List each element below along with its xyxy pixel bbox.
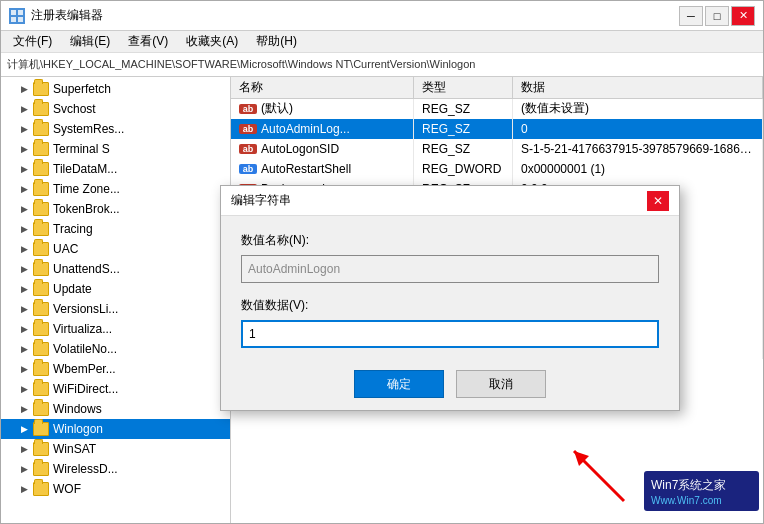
address-bar: 计算机\HKEY_LOCAL_MACHINE\SOFTWARE\Microsof… [1, 53, 763, 77]
chevron-icon: ▶ [21, 164, 33, 174]
folder-icon [33, 442, 49, 456]
chevron-icon: ▶ [21, 84, 33, 94]
chevron-icon: ▶ [21, 344, 33, 354]
menu-file[interactable]: 文件(F) [5, 31, 60, 52]
tree-item-tokenbrok[interactable]: ▶ TokenBrok... [1, 199, 230, 219]
chevron-icon: ▶ [21, 444, 33, 454]
folder-icon [33, 262, 49, 276]
dialog-buttons: 确定 取消 [241, 370, 659, 398]
svg-rect-0 [11, 10, 16, 15]
chevron-icon: ▶ [21, 264, 33, 274]
chevron-icon: ▶ [21, 144, 33, 154]
chevron-icon: ▶ [21, 424, 33, 434]
dialog-close-button[interactable]: ✕ [647, 191, 669, 211]
tree-item-terminals[interactable]: ▶ Terminal S [1, 139, 230, 159]
folder-icon [33, 142, 49, 156]
folder-icon [33, 382, 49, 396]
address-text: 计算机\HKEY_LOCAL_MACHINE\SOFTWARE\Microsof… [7, 57, 475, 72]
tree-item-versionsli[interactable]: ▶ VersionsLi... [1, 299, 230, 319]
folder-icon [33, 182, 49, 196]
chevron-icon: ▶ [21, 404, 33, 414]
value-data-input[interactable] [241, 320, 659, 348]
folder-icon [33, 282, 49, 296]
registry-tree: ▶ Superfetch ▶ Svchost ▶ SystemRes... ▶ … [1, 77, 231, 523]
value-name-input[interactable] [241, 255, 659, 283]
ok-button[interactable]: 确定 [354, 370, 444, 398]
folder-icon [33, 482, 49, 496]
chevron-icon: ▶ [21, 384, 33, 394]
dialog-body: 数值名称(N): 数值数据(V): 确定 取消 [221, 216, 679, 410]
chevron-icon: ▶ [21, 484, 33, 494]
folder-icon [33, 82, 49, 96]
folder-icon [33, 202, 49, 216]
folder-icon [33, 422, 49, 436]
tree-item-volatileno[interactable]: ▶ VolatileNo... [1, 339, 230, 359]
chevron-icon: ▶ [21, 184, 33, 194]
col-type: 类型 [414, 77, 513, 99]
folder-icon [33, 402, 49, 416]
title-bar: 注册表编辑器 ─ □ ✕ [1, 1, 763, 31]
window-title: 注册表编辑器 [31, 7, 673, 24]
folder-icon [33, 462, 49, 476]
tree-item-wirelessd[interactable]: ▶ WirelessD... [1, 459, 230, 479]
tree-item-winlogon[interactable]: ▶ Winlogon [1, 419, 230, 439]
folder-icon [33, 342, 49, 356]
window-controls: ─ □ ✕ [679, 6, 755, 26]
tree-item-windows[interactable]: ▶ Windows [1, 399, 230, 419]
table-row-autoadminlogon[interactable]: ab AutoAdminLog... REG_SZ 0 [231, 119, 763, 139]
tree-item-tracing[interactable]: ▶ Tracing [1, 219, 230, 239]
chevron-icon: ▶ [21, 224, 33, 234]
value-data-label: 数值数据(V): [241, 297, 659, 314]
tree-item-tiledatam[interactable]: ▶ TileDataM... [1, 159, 230, 179]
chevron-icon: ▶ [21, 464, 33, 474]
svg-rect-2 [11, 17, 16, 22]
maximize-button[interactable]: □ [705, 6, 729, 26]
cancel-button[interactable]: 取消 [456, 370, 546, 398]
col-name: 名称 [231, 77, 414, 99]
chevron-icon: ▶ [21, 104, 33, 114]
minimize-button[interactable]: ─ [679, 6, 703, 26]
app-icon [9, 8, 25, 24]
chevron-icon: ▶ [21, 324, 33, 334]
chevron-icon: ▶ [21, 364, 33, 374]
tree-item-wbemper[interactable]: ▶ WbemPer... [1, 359, 230, 379]
tree-item-superfetch[interactable]: ▶ Superfetch [1, 79, 230, 99]
chevron-icon: ▶ [21, 244, 33, 254]
tree-item-timezone[interactable]: ▶ Time Zone... [1, 179, 230, 199]
table-row[interactable]: ab AutoLogonSID REG_SZ S-1-5-21-41766379… [231, 139, 763, 159]
value-name-label: 数值名称(N): [241, 232, 659, 249]
close-button[interactable]: ✕ [731, 6, 755, 26]
menu-view[interactable]: 查看(V) [120, 31, 176, 52]
folder-icon [33, 302, 49, 316]
table-row[interactable]: ab (默认) REG_SZ (数值未设置) [231, 99, 763, 119]
tree-item-update[interactable]: ▶ Update [1, 279, 230, 299]
tree-item-unattends[interactable]: ▶ UnattendS... [1, 259, 230, 279]
chevron-icon: ▶ [21, 304, 33, 314]
menu-edit[interactable]: 编辑(E) [62, 31, 118, 52]
folder-icon [33, 162, 49, 176]
menu-favorites[interactable]: 收藏夹(A) [178, 31, 246, 52]
tree-item-systemres[interactable]: ▶ SystemRes... [1, 119, 230, 139]
folder-icon [33, 122, 49, 136]
tree-item-wof[interactable]: ▶ WOF [1, 479, 230, 499]
table-row[interactable]: ab AutoRestartShell REG_DWORD 0x00000001… [231, 159, 763, 179]
chevron-icon: ▶ [21, 284, 33, 294]
folder-icon [33, 242, 49, 256]
col-data: 数据 [513, 77, 763, 99]
tree-item-winsat[interactable]: ▶ WinSAT [1, 439, 230, 459]
dialog-title-bar: 编辑字符串 ✕ [221, 186, 679, 216]
dialog-title: 编辑字符串 [231, 192, 647, 209]
tree-item-svchost[interactable]: ▶ Svchost [1, 99, 230, 119]
menu-bar: 文件(F) 编辑(E) 查看(V) 收藏夹(A) 帮助(H) [1, 31, 763, 53]
svg-rect-1 [18, 10, 23, 15]
chevron-icon: ▶ [21, 204, 33, 214]
tree-item-uac[interactable]: ▶ UAC [1, 239, 230, 259]
tree-item-wifidirect[interactable]: ▶ WiFiDirect... [1, 379, 230, 399]
folder-icon [33, 102, 49, 116]
edit-string-dialog: 编辑字符串 ✕ 数值名称(N): 数值数据(V): 确定 取消 [220, 185, 680, 411]
chevron-icon: ▶ [21, 124, 33, 134]
menu-help[interactable]: 帮助(H) [248, 31, 305, 52]
folder-icon [33, 362, 49, 376]
svg-rect-3 [18, 17, 23, 22]
tree-item-virtualiza[interactable]: ▶ Virtualiza... [1, 319, 230, 339]
